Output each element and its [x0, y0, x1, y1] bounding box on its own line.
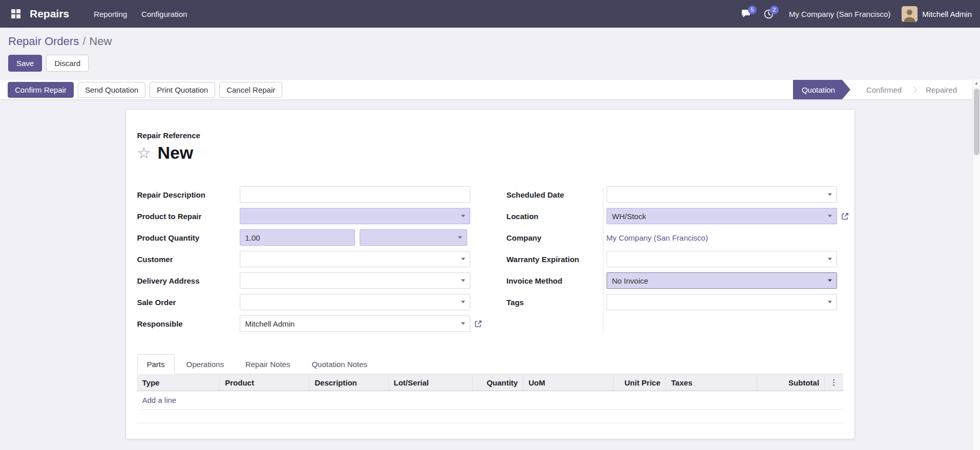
- status-step-confirmed[interactable]: Confirmed: [858, 80, 910, 99]
- empty-table-row: [137, 410, 843, 423]
- location-field[interactable]: WH/Stock: [607, 208, 837, 224]
- sale-order-label: Sale Order: [137, 298, 240, 307]
- product-to-repair-label: Product to Repair: [137, 212, 240, 221]
- tab-quotation-notes[interactable]: Quotation Notes: [302, 354, 377, 374]
- column-options-icon[interactable]: ⋮: [830, 378, 838, 387]
- send-quotation-button[interactable]: Send Quotation: [78, 82, 145, 98]
- warranty-expiration-label: Warranty Expiration: [507, 255, 607, 264]
- invoice-method-label: Invoice Method: [507, 276, 607, 285]
- chevron-down-icon: [461, 280, 465, 282]
- delivery-address-field[interactable]: [240, 272, 470, 289]
- scrollbar-thumb[interactable]: [974, 89, 979, 155]
- parts-table-header: Type Product Description Lot/Serial Quan…: [137, 374, 843, 391]
- scrollbar[interactable]: ▲: [972, 79, 980, 450]
- company-switcher[interactable]: My Company (San Francisco): [789, 10, 890, 18]
- favorite-star-icon[interactable]: ☆: [137, 145, 151, 161]
- sale-order-field[interactable]: [240, 294, 470, 310]
- status-steps: Quotation Confirmed Repaired: [793, 80, 980, 99]
- apps-grid-icon: [11, 9, 20, 18]
- header-action-buttons: Save Discard: [8, 55, 972, 72]
- column-quantity[interactable]: Quantity: [472, 374, 523, 391]
- customer-field[interactable]: [240, 251, 470, 267]
- menu-configuration[interactable]: Configuration: [134, 6, 194, 23]
- content-area: Repair Reference ☆ New Repair Descriptio…: [0, 109, 980, 439]
- menu-reporting[interactable]: Reporting: [87, 6, 134, 23]
- product-quantity-input[interactable]: [240, 229, 355, 246]
- responsible-value: Mitchell Admin: [245, 319, 295, 328]
- external-link-icon[interactable]: [474, 320, 482, 328]
- breadcrumb-parent[interactable]: Repair Orders: [8, 35, 79, 48]
- chevron-down-icon: [461, 258, 465, 261]
- column-uom[interactable]: UoM: [523, 374, 613, 391]
- column-description[interactable]: Description: [309, 374, 388, 391]
- save-button[interactable]: Save: [8, 55, 42, 72]
- chevron-down-icon: [828, 280, 832, 282]
- messages-badge: 5: [748, 6, 757, 14]
- product-uom-field[interactable]: [360, 229, 467, 246]
- activities-badge: 2: [770, 6, 779, 14]
- statusbar: Confirm Repair Send Quotation Print Quot…: [0, 80, 980, 100]
- chevron-down-icon: [828, 194, 832, 196]
- company-value[interactable]: My Company (San Francisco): [607, 233, 708, 242]
- control-panel: Repair Orders / New Save Discard: [0, 28, 980, 80]
- scroll-up-arrow-icon[interactable]: ▲: [973, 79, 980, 88]
- column-product[interactable]: Product: [220, 374, 309, 391]
- warranty-expiration-field[interactable]: [607, 251, 837, 267]
- column-subtotal[interactable]: Subtotal: [757, 374, 824, 391]
- scheduled-date-label: Scheduled Date: [507, 190, 607, 199]
- group-divider: [603, 187, 603, 333]
- chevron-down-icon: [461, 323, 465, 325]
- confirm-repair-button[interactable]: Confirm Repair: [8, 82, 74, 98]
- repair-description-label: Repair Description: [137, 190, 240, 199]
- avatar: [902, 6, 918, 22]
- responsible-label: Responsible: [137, 319, 240, 328]
- apps-menu-button[interactable]: [8, 6, 24, 22]
- notebook-tabs: Parts Operations Repair Notes Quotation …: [137, 354, 843, 374]
- responsible-field[interactable]: Mitchell Admin: [240, 315, 470, 332]
- statusbar-buttons: Confirm Repair Send Quotation Print Quot…: [8, 82, 282, 98]
- product-quantity-label: Product Quantity: [137, 233, 240, 242]
- app-menus: Reporting Configuration: [87, 6, 194, 23]
- user-name: Mitchell Admin: [922, 10, 972, 18]
- app-name[interactable]: Repairs: [30, 8, 69, 20]
- tab-parts[interactable]: Parts: [137, 354, 175, 374]
- location-label: Location: [507, 212, 607, 221]
- customer-label: Customer: [137, 255, 240, 264]
- scheduled-date-field[interactable]: [607, 186, 837, 203]
- form-fields: Repair Description Product to Repair: [137, 186, 843, 337]
- print-quotation-button[interactable]: Print Quotation: [150, 82, 215, 98]
- company-label: Company: [507, 233, 607, 242]
- column-type[interactable]: Type: [137, 374, 220, 391]
- invoice-method-value: No Invoice: [612, 276, 649, 285]
- user-menu[interactable]: Mitchell Admin: [902, 6, 972, 22]
- external-link-icon[interactable]: [841, 212, 849, 220]
- chevron-down-icon: [461, 301, 465, 304]
- column-lot-serial[interactable]: Lot/Serial: [388, 374, 472, 391]
- discard-button[interactable]: Discard: [46, 55, 89, 72]
- location-value: WH/Stock: [612, 212, 647, 221]
- cancel-repair-button[interactable]: Cancel Repair: [219, 82, 282, 98]
- chevron-down-icon: [828, 215, 832, 218]
- tags-field[interactable]: [607, 294, 837, 310]
- messages-button[interactable]: 5: [735, 5, 758, 23]
- product-to-repair-field[interactable]: [240, 208, 470, 224]
- invoice-method-select[interactable]: No Invoice: [607, 272, 837, 289]
- chevron-down-icon: [461, 215, 465, 218]
- tab-repair-notes[interactable]: Repair Notes: [236, 354, 300, 374]
- chevron-down-icon: [458, 237, 462, 239]
- column-taxes[interactable]: Taxes: [666, 374, 757, 391]
- status-step-quotation[interactable]: Quotation: [793, 80, 850, 99]
- repair-description-input[interactable]: [240, 186, 470, 203]
- add-a-line-link[interactable]: Add a line: [142, 396, 177, 404]
- breadcrumb-separator: /: [82, 35, 86, 48]
- form-group-left: Repair Description Product to Repair: [137, 186, 482, 337]
- status-step-repaired[interactable]: Repaired: [917, 80, 966, 99]
- tab-operations[interactable]: Operations: [177, 354, 234, 374]
- form-sheet: Repair Reference ☆ New Repair Descriptio…: [126, 109, 855, 439]
- column-unit-price[interactable]: Unit Price: [614, 374, 666, 391]
- chevron-down-icon: [828, 258, 832, 261]
- breadcrumb: Repair Orders / New: [8, 35, 972, 49]
- activities-button[interactable]: 2: [758, 5, 780, 23]
- parts-table: Type Product Description Lot/Serial Quan…: [137, 374, 843, 423]
- delivery-address-label: Delivery Address: [137, 276, 240, 285]
